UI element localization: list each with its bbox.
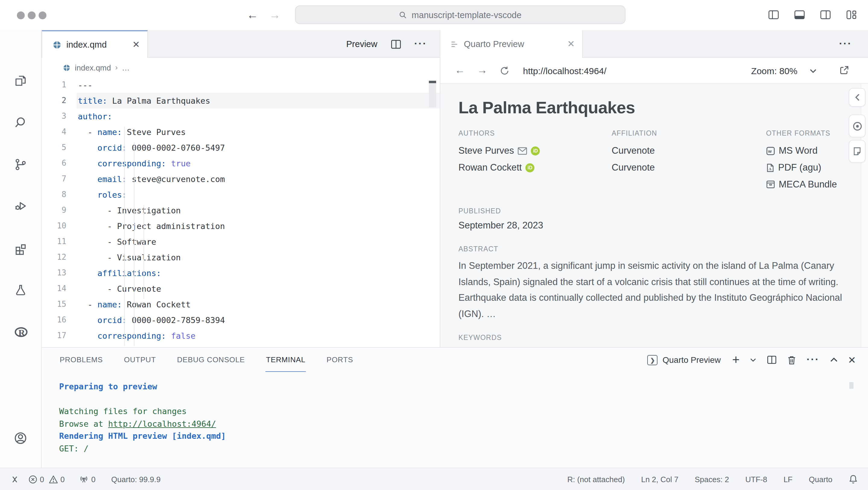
source-control-icon[interactable] bbox=[13, 157, 28, 172]
layout-controls bbox=[768, 10, 857, 20]
explorer-icon[interactable] bbox=[13, 73, 28, 88]
indentation[interactable]: Spaces: 2 bbox=[695, 475, 729, 484]
problems-status[interactable]: 0 0 bbox=[28, 475, 65, 484]
quarto-version[interactable]: Quarto: 99.9.9 bbox=[111, 475, 161, 484]
terminal-link[interactable]: http://localhost:4964/ bbox=[108, 419, 216, 428]
window-zoom-button[interactable] bbox=[39, 11, 46, 19]
code-line[interactable]: 3author: bbox=[42, 108, 440, 124]
format-link[interactable]: MECA Bundle bbox=[766, 176, 837, 193]
layout-sidebar-right-icon[interactable] bbox=[820, 10, 831, 20]
vscode-window: ← → manuscript-template-vscode bbox=[0, 0, 868, 490]
breadcrumb-more[interactable]: … bbox=[122, 63, 130, 72]
keywords-label: KEYWORDS bbox=[459, 334, 868, 341]
code-line[interactable]: 16 orcid: 0000-0002-7859-8394 bbox=[42, 312, 440, 328]
code-line[interactable]: 1--- bbox=[42, 77, 440, 93]
language-mode[interactable]: Quarto bbox=[809, 475, 832, 484]
close-tab-icon[interactable]: ✕ bbox=[132, 40, 140, 50]
code-line[interactable]: 14 - Curvenote bbox=[42, 281, 440, 297]
code-line[interactable]: 12 - Visualization bbox=[42, 250, 440, 265]
split-terminal-icon[interactable] bbox=[767, 355, 777, 365]
terminal-instance-label: Quarto Preview bbox=[662, 355, 721, 365]
code-line[interactable]: 7 email: steve@curvenote.com bbox=[42, 171, 440, 187]
kill-terminal-trash-icon[interactable] bbox=[787, 355, 796, 365]
preview-back-icon[interactable]: ← bbox=[455, 64, 465, 76]
svg-text:A: A bbox=[769, 166, 772, 171]
preview-url[interactable]: http://localhost:4964/ bbox=[523, 65, 607, 76]
maximize-panel-icon[interactable] bbox=[830, 357, 838, 362]
breadcrumb-file[interactable]: index.qmd bbox=[75, 63, 111, 72]
panel-tab-debug-console[interactable]: DEBUG CONSOLE bbox=[177, 348, 246, 371]
panel-tab-terminal[interactable]: TERMINAL bbox=[266, 348, 306, 371]
eol[interactable]: LF bbox=[783, 475, 793, 484]
format-link[interactable]: wMS Word bbox=[766, 142, 837, 159]
collapse-panel-button[interactable] bbox=[849, 88, 866, 107]
run-and-debug-icon[interactable] bbox=[13, 199, 28, 214]
chevron-down-icon[interactable] bbox=[809, 69, 817, 73]
panel-tab-ports[interactable]: PORTS bbox=[326, 348, 354, 371]
terminal-scrollbar[interactable] bbox=[849, 382, 854, 389]
terminal-dropdown-icon[interactable] bbox=[750, 358, 756, 362]
accounts-icon[interactable] bbox=[13, 431, 28, 446]
code-line[interactable]: 10 - Project administration bbox=[42, 218, 440, 234]
reload-icon[interactable] bbox=[499, 65, 510, 76]
breadcrumb[interactable]: index.qmd › … bbox=[42, 58, 440, 77]
search-icon[interactable] bbox=[13, 116, 28, 130]
zoom-level[interactable]: Zoom: 80% bbox=[751, 65, 798, 76]
history-forward-button[interactable]: → bbox=[269, 8, 280, 22]
editor-scrollbar[interactable] bbox=[429, 81, 436, 107]
tab-quarto-preview[interactable]: Quarto Preview ✕ bbox=[440, 30, 583, 58]
layout-sidebar-left-icon[interactable] bbox=[768, 10, 779, 20]
command-center[interactable]: manuscript-template-vscode bbox=[295, 5, 625, 24]
line-text: email: steve@curvenote.com bbox=[78, 171, 225, 187]
testing-icon[interactable] bbox=[13, 283, 28, 297]
email-icon[interactable] bbox=[518, 147, 527, 155]
ports-status[interactable]: 0 bbox=[79, 474, 96, 484]
new-terminal-icon[interactable]: + bbox=[732, 354, 740, 365]
format-link[interactable]: APDF (agu) bbox=[766, 159, 837, 176]
panel-tab-problems[interactable]: PROBLEMS bbox=[59, 348, 103, 371]
code-line[interactable]: 4 - name: Steve Purves bbox=[42, 124, 440, 140]
code-line[interactable]: 17 corresponding: false bbox=[42, 328, 440, 344]
target-icon bbox=[852, 121, 862, 131]
code-line[interactable]: 6 corresponding: true bbox=[42, 156, 440, 171]
code-line[interactable]: 13 affiliations: bbox=[42, 265, 440, 281]
code-line[interactable]: 2title: La Palma Earthquakes bbox=[42, 93, 440, 108]
preview-button[interactable]: Preview bbox=[346, 39, 377, 49]
customize-layout-icon[interactable] bbox=[846, 10, 857, 20]
code-line[interactable]: 15 - name: Rowan Cockett bbox=[42, 297, 440, 312]
preview-more-actions-icon[interactable]: ··· bbox=[839, 38, 852, 50]
r-status[interactable]: R: (not attached) bbox=[567, 475, 625, 484]
r-language-icon[interactable]: R bbox=[13, 325, 28, 339]
orcid-icon[interactable]: iD bbox=[525, 163, 534, 172]
scrollbar-thumb[interactable] bbox=[429, 83, 436, 107]
close-tab-icon[interactable]: ✕ bbox=[567, 39, 575, 49]
encoding[interactable]: UTF-8 bbox=[745, 475, 767, 484]
window-close-button[interactable] bbox=[17, 11, 25, 19]
notes-button[interactable] bbox=[849, 140, 866, 163]
terminal-output[interactable]: Preparing to preview Watching files for … bbox=[59, 380, 226, 454]
layout-panel-icon[interactable] bbox=[794, 10, 805, 20]
code-line[interactable]: 9 - Investigation bbox=[42, 202, 440, 218]
preview-forward-icon[interactable]: → bbox=[477, 64, 487, 76]
close-panel-icon[interactable]: ✕ bbox=[848, 354, 856, 365]
error-icon bbox=[28, 475, 37, 484]
focus-mode-button[interactable] bbox=[849, 115, 866, 137]
more-actions-icon[interactable]: ··· bbox=[414, 38, 427, 50]
open-external-icon[interactable] bbox=[839, 65, 849, 75]
tab-index-qmd[interactable]: index.qmd ✕ bbox=[42, 30, 148, 58]
history-back-button[interactable]: ← bbox=[247, 8, 258, 22]
orcid-icon[interactable]: iD bbox=[531, 146, 540, 155]
code-editor[interactable]: 1---2title: La Palma Earthquakes3author:… bbox=[42, 77, 440, 347]
cursor-position[interactable]: Ln 2, Col 7 bbox=[641, 475, 679, 484]
terminal-instance[interactable]: ❯ Quarto Preview bbox=[648, 355, 721, 365]
code-line[interactable]: 5 orcid: 0000-0002-0760-5497 bbox=[42, 140, 440, 156]
code-line[interactable]: 11 - Software bbox=[42, 234, 440, 250]
panel-tab-output[interactable]: OUTPUT bbox=[123, 348, 157, 371]
panel-more-actions-icon[interactable]: ··· bbox=[806, 354, 819, 366]
notifications-bell-icon[interactable] bbox=[849, 474, 858, 484]
remote-indicator-icon[interactable] bbox=[10, 475, 20, 484]
extensions-icon[interactable] bbox=[13, 242, 28, 256]
window-minimize-button[interactable] bbox=[28, 11, 36, 19]
code-line[interactable]: 8 roles: bbox=[42, 187, 440, 202]
split-editor-icon[interactable] bbox=[390, 39, 401, 49]
